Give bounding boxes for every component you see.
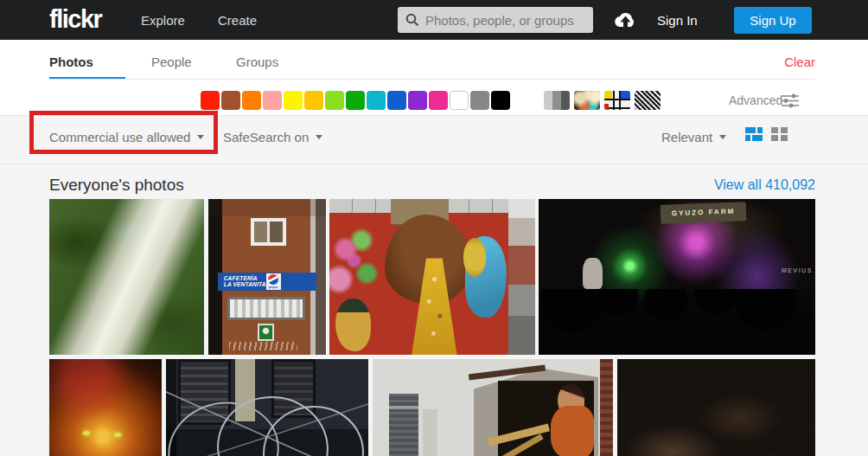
crowd-silhouette-graphic [539, 289, 815, 355]
sort-dropdown[interactable]: Relevant [661, 128, 726, 145]
sliders-icon[interactable] [781, 93, 800, 112]
search-bar[interactable] [398, 7, 593, 33]
tab-groups[interactable]: Groups [236, 55, 278, 69]
color-swatch[interactable] [450, 91, 469, 110]
tabs-divider [49, 79, 815, 80]
license-dropdown[interactable]: Commercial use allowed [49, 128, 204, 145]
color-swatch[interactable] [284, 91, 303, 110]
poster-graphic [258, 324, 274, 341]
safesearch-dropdown[interactable]: SafeSearch on [223, 128, 322, 145]
pepsi-circle-icon [268, 274, 278, 285]
license-dropdown-label: Commercial use allowed [49, 130, 190, 145]
top-navbar: flickr Explore Create Sign In Sign Up [0, 0, 868, 40]
cafeteria-sign-line1: CAFETERÍA [224, 275, 266, 281]
color-swatch[interactable] [346, 91, 365, 110]
color-swatch[interactable] [408, 91, 427, 110]
yellow-disc-graphic [463, 238, 486, 277]
wire-lines-graphic [166, 359, 368, 456]
photo-thumbnail-dark-sky[interactable] [617, 359, 815, 456]
upload-cloud-icon[interactable] [609, 10, 638, 34]
concert-sign-text: MEVIUS [782, 267, 813, 273]
search-input[interactable] [425, 13, 585, 28]
advanced-link[interactable]: Advanced [729, 93, 782, 107]
lion-eye-graphic [114, 433, 121, 437]
color-swatch[interactable] [367, 91, 386, 110]
tab-people[interactable]: People [151, 55, 192, 69]
skyscraper-graphic [389, 394, 418, 456]
white-tower-graphic [423, 409, 437, 456]
performer-graphic [583, 258, 602, 289]
color-swatch[interactable] [201, 91, 220, 110]
color-swatch[interactable] [304, 91, 323, 110]
photo-thumbnail-aerial-forest[interactable] [49, 199, 204, 355]
results-heading: Everyone's photos [49, 176, 184, 195]
photo-thumbnail-street-mural[interactable] [373, 359, 613, 456]
color-swatches [201, 91, 510, 110]
grid-view-icon[interactable] [771, 127, 788, 141]
flickr-search-page: flickr Explore Create Sign In Sign Up Ph… [0, 0, 868, 456]
photo-thumbnail-razor-wire[interactable] [166, 359, 368, 456]
tab-photos[interactable]: Photos [49, 55, 93, 69]
caret-down-icon [719, 135, 726, 139]
caret-down-icon [197, 135, 204, 139]
graffiti-graphic [229, 342, 297, 351]
flickr-logo[interactable]: flickr [49, 5, 101, 34]
clear-filters-link[interactable]: Clear [784, 55, 815, 69]
brick-edge-graphic [600, 359, 613, 456]
portrait-graphic [335, 299, 370, 351]
view-all-link[interactable]: View all 410,092 [714, 177, 815, 193]
concert-banner: GYUZO FARM [660, 202, 746, 224]
black-and-white-swatch[interactable] [544, 91, 570, 110]
pepsi-logo: pepsi [266, 273, 281, 290]
photo-thumbnail-concert[interactable]: GYUZO FARM MEVIUS [539, 199, 815, 355]
color-swatch[interactable] [325, 91, 344, 110]
photo-thumbnail-elephant-mural[interactable] [329, 199, 535, 355]
minimalist-swatch[interactable] [604, 91, 630, 110]
justified-view-icon[interactable] [745, 127, 763, 141]
color-swatch[interactable] [242, 91, 261, 110]
color-swatch[interactable] [221, 91, 240, 110]
search-icon [405, 13, 419, 27]
photo-thumbnail-cafeteria-building[interactable]: CAFETERÍA LA VENTANITA pepsi [208, 199, 326, 355]
style-swatches [544, 91, 661, 110]
caret-down-icon [316, 135, 322, 139]
window-graphic [251, 218, 286, 246]
cafeteria-sign-line2: LA VENTANITA [224, 281, 266, 287]
nav-create-link[interactable]: Create [218, 13, 257, 28]
side-building-graphic [508, 199, 535, 355]
nav-explore-link[interactable]: Explore [141, 13, 185, 28]
safesearch-dropdown-label: SafeSearch on [223, 130, 309, 145]
sign-up-button[interactable]: Sign Up [734, 7, 812, 34]
color-swatch[interactable] [387, 91, 406, 110]
color-swatch[interactable] [470, 91, 489, 110]
search-header: Photos People Groups Clear Advanced [0, 40, 868, 116]
cafeteria-sign: CAFETERÍA LA VENTANITA pepsi [218, 273, 316, 292]
pattern-swatch[interactable] [635, 91, 661, 110]
shallow-depth-swatch[interactable] [574, 91, 600, 110]
sign-in-link[interactable]: Sign In [657, 13, 698, 28]
floral-graffiti-graphic [329, 227, 383, 301]
color-swatch[interactable] [491, 91, 510, 110]
lion-eye-graphic [83, 431, 90, 435]
photo-thumbnail-lion-art[interactable] [49, 359, 162, 456]
shutter-graphic [227, 297, 305, 320]
color-swatch[interactable] [263, 91, 282, 110]
color-swatch[interactable] [429, 91, 448, 110]
mural-jacket-graphic [551, 406, 594, 456]
pepsi-wordmark: pepsi [269, 285, 278, 289]
filter-bar: Commercial use allowed SafeSearch on Rel… [0, 116, 868, 164]
sort-dropdown-label: Relevant [661, 130, 712, 145]
